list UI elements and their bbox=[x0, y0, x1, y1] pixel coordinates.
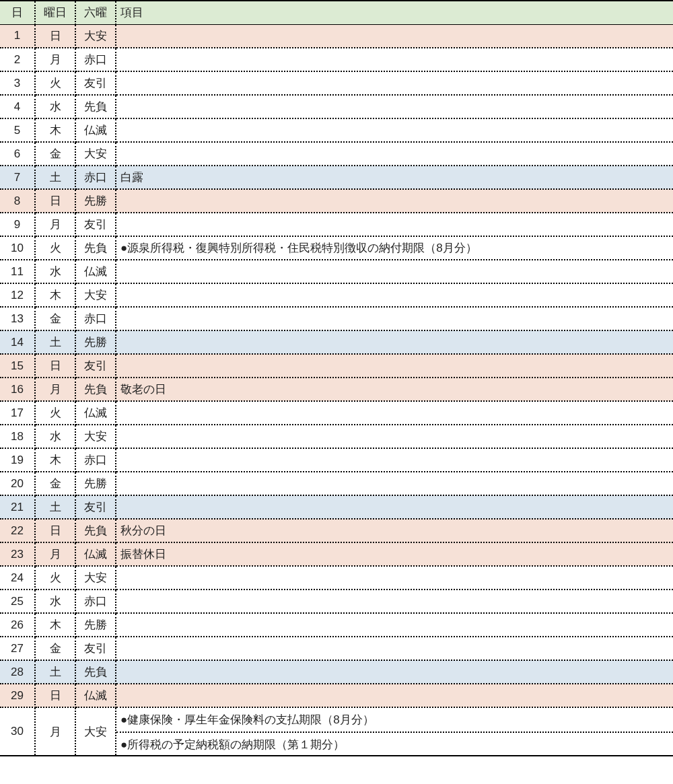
calendar-table: 日 曜日 六曜 項目 1日大安2月赤口3火友引4水先負5木仏滅6金大安7土赤口白… bbox=[0, 0, 673, 756]
cell-roku: 仏滅 bbox=[75, 684, 116, 707]
cell-roku: 先勝 bbox=[75, 330, 116, 354]
table-row: 4水先負 bbox=[0, 95, 673, 118]
cell-item bbox=[116, 95, 673, 118]
table-row: 22日先負秋分の日 bbox=[0, 519, 673, 542]
cell-dow: 月 bbox=[35, 707, 75, 756]
cell-dow: 日 bbox=[35, 354, 75, 378]
table-row: 21土友引 bbox=[0, 495, 673, 519]
cell-day: 4 bbox=[0, 95, 35, 118]
cell-day: 20 bbox=[0, 472, 35, 495]
cell-roku: 先勝 bbox=[75, 613, 116, 637]
header-dow: 曜日 bbox=[35, 1, 75, 24]
table-row: 10火先負●源泉所得税・復興特別所得税・住民税特別徴収の納付期限（8月分） bbox=[0, 236, 673, 260]
cell-dow: 日 bbox=[35, 189, 75, 213]
cell-roku: 友引 bbox=[75, 71, 116, 95]
cell-day: 11 bbox=[0, 260, 35, 283]
cell-item bbox=[116, 330, 673, 354]
cell-dow: 火 bbox=[35, 236, 75, 260]
cell-roku: 赤口 bbox=[75, 166, 116, 189]
table-row: 9月友引 bbox=[0, 213, 673, 236]
cell-dow: 木 bbox=[35, 613, 75, 637]
cell-roku: 仏滅 bbox=[75, 401, 116, 425]
cell-dow: 土 bbox=[35, 660, 75, 684]
cell-item bbox=[116, 354, 673, 378]
table-row: 23月仏滅振替休日 bbox=[0, 542, 673, 566]
table-row: 24火大安 bbox=[0, 566, 673, 590]
cell-roku: 大安 bbox=[75, 707, 116, 756]
table-row: 18水大安 bbox=[0, 425, 673, 448]
table-row: 16月先負敬老の日 bbox=[0, 378, 673, 401]
cell-dow: 金 bbox=[35, 142, 75, 166]
table-row: 26木先勝 bbox=[0, 613, 673, 637]
cell-roku: 先勝 bbox=[75, 189, 116, 213]
cell-day: 12 bbox=[0, 283, 35, 307]
cell-item bbox=[116, 590, 673, 613]
table-row: 3火友引 bbox=[0, 71, 673, 95]
table-row: 28土先負 bbox=[0, 660, 673, 684]
cell-day: 10 bbox=[0, 236, 35, 260]
cell-item bbox=[116, 118, 673, 142]
cell-roku: 先負 bbox=[75, 236, 116, 260]
table-row: 2月赤口 bbox=[0, 48, 673, 71]
cell-roku: 友引 bbox=[75, 495, 116, 519]
cell-item bbox=[116, 260, 673, 283]
table-row: 19木赤口 bbox=[0, 448, 673, 472]
cell-day: 25 bbox=[0, 590, 35, 613]
cell-day: 6 bbox=[0, 142, 35, 166]
cell-day: 1 bbox=[0, 24, 35, 48]
table-row: 25水赤口 bbox=[0, 590, 673, 613]
cell-dow: 月 bbox=[35, 213, 75, 236]
cell-item bbox=[116, 684, 673, 707]
cell-roku: 友引 bbox=[75, 354, 116, 378]
cell-roku: 赤口 bbox=[75, 307, 116, 330]
cell-day: 16 bbox=[0, 378, 35, 401]
cell-dow: 日 bbox=[35, 24, 75, 48]
cell-dow: 水 bbox=[35, 425, 75, 448]
cell-roku: 赤口 bbox=[75, 590, 116, 613]
cell-dow: 木 bbox=[35, 448, 75, 472]
cell-dow: 金 bbox=[35, 307, 75, 330]
cell-roku: 友引 bbox=[75, 213, 116, 236]
cell-roku: 大安 bbox=[75, 24, 116, 48]
cell-day: 5 bbox=[0, 118, 35, 142]
table-row: 30月大安●健康保険・厚生年金保険料の支払期限（8月分）●所得税の予定納税額の納… bbox=[0, 707, 673, 756]
header-day: 日 bbox=[0, 1, 35, 24]
cell-dow: 木 bbox=[35, 118, 75, 142]
cell-item: 白露 bbox=[116, 166, 673, 189]
cell-roku: 赤口 bbox=[75, 48, 116, 71]
cell-dow: 木 bbox=[35, 283, 75, 307]
cell-item bbox=[116, 495, 673, 519]
cell-dow: 水 bbox=[35, 260, 75, 283]
cell-dow: 月 bbox=[35, 378, 75, 401]
cell-day: 3 bbox=[0, 71, 35, 95]
cell-day: 26 bbox=[0, 613, 35, 637]
cell-item bbox=[116, 637, 673, 660]
cell-dow: 火 bbox=[35, 566, 75, 590]
cell-day: 7 bbox=[0, 166, 35, 189]
cell-roku: 仏滅 bbox=[75, 542, 116, 566]
cell-item bbox=[116, 566, 673, 590]
cell-item bbox=[116, 24, 673, 48]
cell-dow: 日 bbox=[35, 684, 75, 707]
cell-roku: 大安 bbox=[75, 283, 116, 307]
table-row: 7土赤口白露 bbox=[0, 166, 673, 189]
cell-day: 22 bbox=[0, 519, 35, 542]
cell-day: 13 bbox=[0, 307, 35, 330]
cell-day: 21 bbox=[0, 495, 35, 519]
table-row: 12木大安 bbox=[0, 283, 673, 307]
cell-dow: 火 bbox=[35, 71, 75, 95]
cell-roku: 大安 bbox=[75, 425, 116, 448]
table-row: 13金赤口 bbox=[0, 307, 673, 330]
cell-day: 27 bbox=[0, 637, 35, 660]
cell-day: 30 bbox=[0, 707, 35, 756]
cell-item bbox=[116, 425, 673, 448]
cell-roku: 先勝 bbox=[75, 472, 116, 495]
cell-roku: 先負 bbox=[75, 95, 116, 118]
cell-item bbox=[116, 48, 673, 71]
cell-item: ●健康保険・厚生年金保険料の支払期限（8月分）●所得税の予定納税額の納期限（第１… bbox=[116, 707, 673, 756]
cell-dow: 水 bbox=[35, 590, 75, 613]
cell-day: 28 bbox=[0, 660, 35, 684]
cell-item: 敬老の日 bbox=[116, 378, 673, 401]
table-row: 27金友引 bbox=[0, 637, 673, 660]
cell-roku: 大安 bbox=[75, 142, 116, 166]
